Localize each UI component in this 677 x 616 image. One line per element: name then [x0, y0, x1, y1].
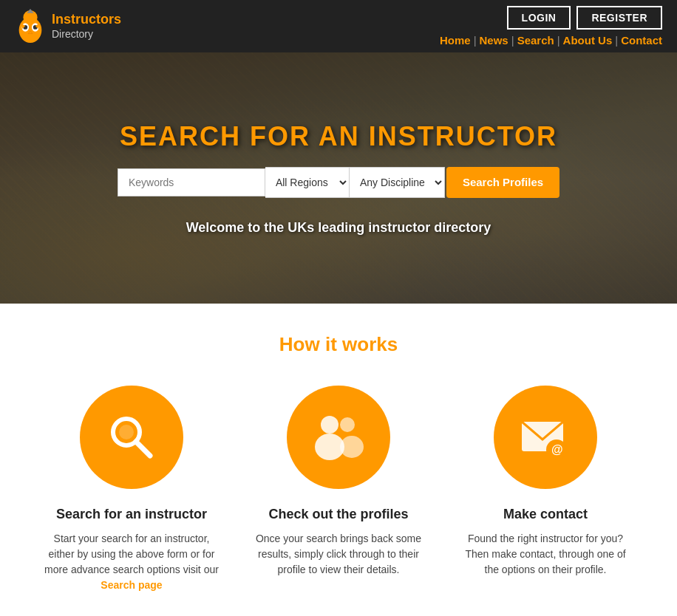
nav-home[interactable]: Home — [440, 34, 471, 47]
logo-line2: Directory — [52, 28, 121, 41]
svg-point-13 — [321, 416, 338, 434]
svg-point-15 — [340, 417, 355, 432]
how-card-2-title: Check out the profiles — [268, 507, 408, 522]
logo-line1: Instructors — [52, 12, 121, 28]
login-button[interactable]: LOGIN — [507, 6, 571, 30]
how-card-contact: @ Make contact Found the right instructo… — [457, 386, 634, 593]
profiles-icon-circle — [287, 386, 390, 489]
profiles-icon — [309, 410, 368, 465]
svg-line-11 — [136, 442, 150, 456]
logo-icon — [15, 9, 46, 44]
search-page-link[interactable]: Search page — [101, 579, 162, 591]
how-card-3-text: Found the right instructor for you? Then… — [457, 531, 634, 578]
how-section: How it works Search for an instructor St… — [0, 304, 677, 616]
how-card-2-text: Once your search brings back some result… — [250, 531, 427, 578]
how-title: How it works — [15, 333, 662, 356]
nav-news[interactable]: News — [480, 34, 508, 47]
header: Instructors Directory LOGIN REGISTER Hom… — [0, 0, 677, 52]
how-card-1-text: Start your search for an instructor, eit… — [43, 531, 220, 593]
nav-sep-3: | — [557, 34, 560, 47]
contact-icon-circle: @ — [494, 386, 597, 489]
nav-contact[interactable]: Contact — [621, 34, 662, 47]
search-icon-circle — [80, 386, 183, 489]
nav-search[interactable]: Search — [517, 34, 554, 47]
svg-text:@: @ — [551, 443, 563, 456]
svg-point-12 — [119, 425, 134, 439]
nav-about[interactable]: About Us — [563, 34, 613, 47]
svg-point-16 — [340, 436, 364, 458]
nav-sep-4: | — [615, 34, 618, 47]
hero-title: SEARCH FOR AN INSTRUCTOR — [120, 121, 557, 152]
contact-icon: @ — [516, 411, 575, 463]
header-right: LOGIN REGISTER Home | News | Search | Ab… — [440, 6, 662, 47]
how-card-profiles: Check out the profiles Once your search … — [250, 386, 427, 593]
main-nav: Home | News | Search | About Us | Contac… — [440, 34, 662, 47]
logo-text: Instructors Directory — [52, 12, 121, 40]
nav-sep-1: | — [474, 34, 477, 47]
search-bar: All Regions London South East South West… — [118, 167, 559, 198]
discipline-select[interactable]: Any Discipline Fitness Yoga Pilates Mart… — [350, 167, 445, 198]
how-card-1-title: Search for an instructor — [56, 507, 207, 522]
logo-area: Instructors Directory — [15, 9, 121, 44]
how-cards: Search for an instructor Start your sear… — [15, 386, 662, 593]
hero-content: SEARCH FOR AN INSTRUCTOR All Regions Lon… — [0, 121, 677, 236]
how-card-3-title: Make contact — [503, 507, 588, 522]
search-button[interactable]: Search Profiles — [446, 167, 559, 198]
keywords-input[interactable] — [118, 168, 265, 196]
search-icon — [106, 411, 157, 463]
region-select[interactable]: All Regions London South East South West… — [265, 167, 350, 198]
hero-section: SEARCH FOR AN INSTRUCTOR All Regions Lon… — [0, 52, 677, 304]
register-button[interactable]: REGISTER — [576, 6, 662, 30]
how-card-search: Search for an instructor Start your sear… — [43, 386, 220, 593]
header-buttons: LOGIN REGISTER — [507, 6, 662, 30]
nav-sep-2: | — [511, 34, 514, 47]
hero-subtitle: Welcome to the UKs leading instructor di… — [186, 220, 491, 236]
